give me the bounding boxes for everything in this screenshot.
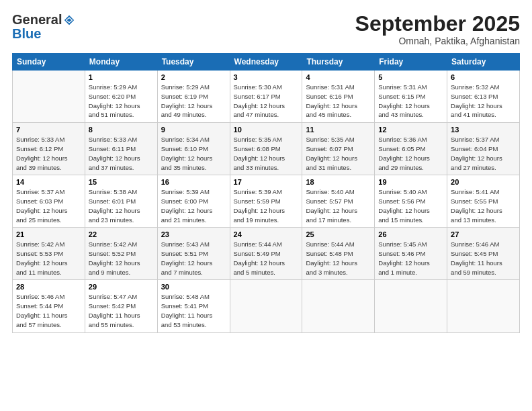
calendar-cell: 8Sunrise: 5:33 AMSunset: 6:11 PMDaylight… — [85, 123, 157, 175]
calendar-week-row: 21Sunrise: 5:42 AMSunset: 5:53 PMDayligh… — [13, 228, 520, 280]
day-number: 3 — [234, 73, 299, 81]
col-wednesday: Wednesday — [230, 54, 302, 71]
calendar-cell: 28Sunrise: 5:46 AMSunset: 5:44 PMDayligh… — [13, 280, 85, 332]
day-number: 12 — [378, 126, 443, 134]
location: Omnah, Paktika, Afghanistan — [355, 36, 520, 46]
day-number: 8 — [89, 126, 154, 134]
calendar-cell — [302, 280, 375, 332]
day-number: 2 — [161, 73, 226, 81]
logo-text: General — [12, 12, 75, 28]
logo-general: General — [12, 12, 62, 28]
day-info: Sunrise: 5:42 AMSunset: 5:53 PMDaylight:… — [16, 240, 81, 277]
day-info: Sunrise: 5:30 AMSunset: 6:17 PMDaylight:… — [234, 83, 299, 120]
day-info: Sunrise: 5:42 AMSunset: 5:52 PMDaylight:… — [89, 240, 154, 277]
calendar-week-row: 28Sunrise: 5:46 AMSunset: 5:44 PMDayligh… — [13, 280, 520, 332]
calendar-cell: 21Sunrise: 5:42 AMSunset: 5:53 PMDayligh… — [13, 228, 85, 280]
page: General Blue September 2025 Omnah, Pakti… — [0, 0, 532, 411]
calendar-cell: 7Sunrise: 5:33 AMSunset: 6:12 PMDaylight… — [13, 123, 85, 175]
col-saturday: Saturday — [447, 54, 520, 71]
day-number: 9 — [161, 126, 226, 134]
calendar-header-row: Sunday Monday Tuesday Wednesday Thursday… — [13, 54, 520, 71]
calendar-cell: 25Sunrise: 5:44 AMSunset: 5:48 PMDayligh… — [302, 228, 375, 280]
day-info: Sunrise: 5:40 AMSunset: 5:57 PMDaylight:… — [306, 187, 371, 224]
day-info: Sunrise: 5:47 AMSunset: 5:42 PMDaylight:… — [89, 292, 154, 329]
calendar-cell: 4Sunrise: 5:31 AMSunset: 6:16 PMDaylight… — [302, 71, 375, 123]
calendar-cell: 18Sunrise: 5:40 AMSunset: 5:57 PMDayligh… — [302, 175, 375, 228]
day-info: Sunrise: 5:31 AMSunset: 6:15 PMDaylight:… — [378, 83, 443, 120]
calendar-cell: 19Sunrise: 5:40 AMSunset: 5:56 PMDayligh… — [375, 175, 447, 228]
calendar-cell: 30Sunrise: 5:48 AMSunset: 5:41 PMDayligh… — [157, 280, 230, 332]
calendar-cell — [447, 280, 520, 332]
day-info: Sunrise: 5:39 AMSunset: 5:59 PMDaylight:… — [234, 187, 299, 224]
col-monday: Monday — [85, 54, 157, 71]
day-number: 23 — [161, 230, 226, 238]
day-number: 30 — [161, 283, 226, 291]
calendar-cell: 22Sunrise: 5:42 AMSunset: 5:52 PMDayligh… — [85, 228, 157, 280]
day-number: 25 — [306, 230, 371, 238]
day-number: 4 — [306, 73, 371, 81]
day-info: Sunrise: 5:40 AMSunset: 5:56 PMDaylight:… — [378, 187, 443, 224]
day-info: Sunrise: 5:35 AMSunset: 6:08 PMDaylight:… — [234, 135, 299, 172]
day-number: 18 — [306, 178, 371, 186]
calendar-cell: 17Sunrise: 5:39 AMSunset: 5:59 PMDayligh… — [230, 175, 302, 228]
day-number: 6 — [451, 73, 516, 81]
day-number: 15 — [89, 178, 154, 186]
logo-icon — [63, 14, 75, 26]
day-info: Sunrise: 5:37 AMSunset: 6:03 PMDaylight:… — [16, 187, 81, 224]
day-info: Sunrise: 5:37 AMSunset: 6:04 PMDaylight:… — [451, 135, 516, 172]
day-number: 29 — [89, 283, 154, 291]
day-info: Sunrise: 5:46 AMSunset: 5:45 PMDaylight:… — [451, 240, 516, 277]
day-number: 5 — [378, 73, 443, 81]
day-info: Sunrise: 5:43 AMSunset: 5:51 PMDaylight:… — [161, 240, 226, 277]
calendar-cell — [375, 280, 447, 332]
day-number: 17 — [234, 178, 299, 186]
header: General Blue September 2025 Omnah, Pakti… — [12, 12, 520, 46]
logo-blue: Blue — [12, 26, 41, 41]
calendar-cell — [230, 280, 302, 332]
logo: General Blue — [12, 12, 75, 42]
day-info: Sunrise: 5:46 AMSunset: 5:44 PMDaylight:… — [16, 292, 81, 329]
col-sunday: Sunday — [13, 54, 85, 71]
calendar-cell: 20Sunrise: 5:41 AMSunset: 5:55 PMDayligh… — [447, 175, 520, 228]
day-number: 13 — [451, 126, 516, 134]
day-info: Sunrise: 5:35 AMSunset: 6:07 PMDaylight:… — [306, 135, 371, 172]
day-number: 10 — [234, 126, 299, 134]
day-number: 28 — [16, 283, 81, 291]
day-number: 27 — [451, 230, 516, 238]
day-info: Sunrise: 5:34 AMSunset: 6:10 PMDaylight:… — [161, 135, 226, 172]
calendar-cell: 6Sunrise: 5:32 AMSunset: 6:13 PMDaylight… — [447, 71, 520, 123]
day-number: 24 — [234, 230, 299, 238]
day-info: Sunrise: 5:36 AMSunset: 6:05 PMDaylight:… — [378, 135, 443, 172]
day-number: 21 — [16, 230, 81, 238]
day-number: 11 — [306, 126, 371, 134]
day-number: 22 — [89, 230, 154, 238]
day-info: Sunrise: 5:33 AMSunset: 6:12 PMDaylight:… — [16, 135, 81, 172]
calendar-cell: 9Sunrise: 5:34 AMSunset: 6:10 PMDaylight… — [157, 123, 230, 175]
calendar-cell: 15Sunrise: 5:38 AMSunset: 6:01 PMDayligh… — [85, 175, 157, 228]
day-info: Sunrise: 5:44 AMSunset: 5:49 PMDaylight:… — [234, 240, 299, 277]
day-info: Sunrise: 5:41 AMSunset: 5:55 PMDaylight:… — [451, 187, 516, 224]
day-number: 19 — [378, 178, 443, 186]
day-info: Sunrise: 5:29 AMSunset: 6:19 PMDaylight:… — [161, 83, 226, 120]
calendar-cell: 12Sunrise: 5:36 AMSunset: 6:05 PMDayligh… — [375, 123, 447, 175]
col-friday: Friday — [375, 54, 447, 71]
calendar-cell: 26Sunrise: 5:45 AMSunset: 5:46 PMDayligh… — [375, 228, 447, 280]
day-number: 14 — [16, 178, 81, 186]
calendar-cell: 29Sunrise: 5:47 AMSunset: 5:42 PMDayligh… — [85, 280, 157, 332]
day-info: Sunrise: 5:44 AMSunset: 5:48 PMDaylight:… — [306, 240, 371, 277]
calendar-cell: 1Sunrise: 5:29 AMSunset: 6:20 PMDaylight… — [85, 71, 157, 123]
month-title: September 2025 — [355, 12, 520, 36]
day-info: Sunrise: 5:32 AMSunset: 6:13 PMDaylight:… — [451, 83, 516, 120]
day-info: Sunrise: 5:29 AMSunset: 6:20 PMDaylight:… — [89, 83, 154, 120]
calendar-cell: 13Sunrise: 5:37 AMSunset: 6:04 PMDayligh… — [447, 123, 520, 175]
calendar-week-row: 14Sunrise: 5:37 AMSunset: 6:03 PMDayligh… — [13, 175, 520, 228]
calendar-cell — [13, 71, 85, 123]
calendar-table: Sunday Monday Tuesday Wednesday Thursday… — [12, 53, 520, 332]
calendar-cell: 11Sunrise: 5:35 AMSunset: 6:07 PMDayligh… — [302, 123, 375, 175]
title-block: September 2025 Omnah, Paktika, Afghanist… — [355, 12, 520, 46]
col-tuesday: Tuesday — [157, 54, 230, 71]
day-info: Sunrise: 5:33 AMSunset: 6:11 PMDaylight:… — [89, 135, 154, 172]
col-thursday: Thursday — [302, 54, 375, 71]
calendar-week-row: 7Sunrise: 5:33 AMSunset: 6:12 PMDaylight… — [13, 123, 520, 175]
day-number: 26 — [378, 230, 443, 238]
